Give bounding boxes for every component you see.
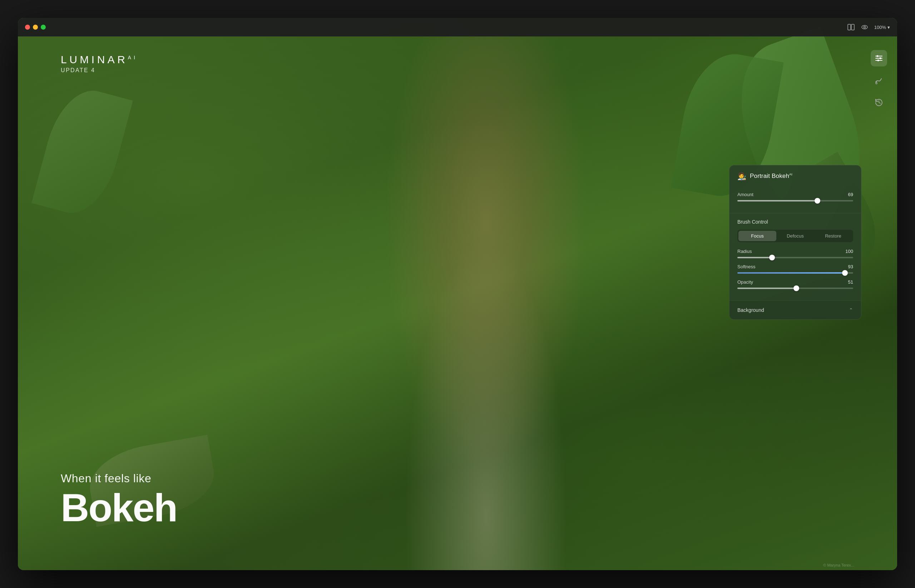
photo-text-block: When it feels like Bokeh	[61, 472, 177, 527]
panel-title: Portrait BokehAI	[750, 173, 792, 180]
portrait-subject	[343, 36, 629, 570]
tab-focus[interactable]: Focus	[738, 231, 776, 241]
radius-slider-row: Radius 100	[737, 249, 853, 258]
opacity-label: Opacity	[737, 279, 753, 285]
logo-overlay: LUMINARAI UPDATE 4	[61, 53, 138, 74]
radius-value: 100	[845, 249, 853, 254]
brush-tabs: Focus Defocus Restore	[737, 230, 853, 242]
maximize-button[interactable]	[41, 25, 46, 30]
titlebar-right: 100% ▾	[847, 23, 890, 31]
softness-slider-row: Softness 93	[737, 264, 853, 274]
svg-point-7	[877, 55, 879, 57]
chevron-up-icon: ⌃	[849, 307, 853, 313]
svg-point-2	[862, 25, 868, 29]
opacity-slider-row: Opacity 51	[737, 279, 853, 289]
amount-label: Amount	[737, 192, 753, 197]
zoom-chevron: ▾	[887, 25, 890, 30]
softness-label: Softness	[737, 264, 756, 269]
amount-fill	[737, 200, 818, 202]
photo-subtitle: When it feels like	[61, 472, 177, 485]
amount-slider[interactable]	[737, 200, 853, 202]
minimize-button[interactable]	[33, 25, 38, 30]
edit-panel: 🧑‍🎨 Portrait BokehAI Amount 69	[729, 36, 862, 570]
opacity-slider[interactable]	[737, 288, 853, 289]
titlebar: 100% ▾	[18, 18, 897, 36]
logo-update: UPDATE 4	[61, 67, 138, 74]
softness-thumb[interactable]	[842, 270, 848, 276]
softness-fill	[737, 272, 845, 274]
eye-icon[interactable]	[861, 23, 868, 31]
zoom-indicator[interactable]: 100% ▾	[874, 25, 890, 30]
photo-title: Bokeh	[61, 488, 177, 527]
app-window: 100% ▾ LUMINARAI UPDATE 4 When it feels …	[18, 18, 897, 570]
filters-tool-icon[interactable]	[871, 50, 887, 66]
zoom-value: 100%	[874, 25, 886, 30]
radius-thumb[interactable]	[769, 255, 775, 260]
portrait-bokeh-card: 🧑‍🎨 Portrait BokehAI Amount 69	[729, 165, 862, 320]
tab-defocus[interactable]: Defocus	[776, 231, 814, 241]
history-tool-icon[interactable]	[871, 94, 887, 111]
panel-header-icon: 🧑‍🎨	[737, 172, 746, 180]
background-label: Background	[737, 307, 764, 313]
opacity-value: 51	[848, 279, 853, 285]
amount-thumb[interactable]	[815, 198, 820, 204]
softness-slider[interactable]	[737, 272, 853, 274]
opacity-thumb[interactable]	[794, 286, 799, 291]
svg-rect-1	[851, 24, 854, 30]
softness-value: 93	[848, 264, 853, 269]
traffic-lights	[25, 25, 46, 30]
tab-restore[interactable]: Restore	[814, 231, 852, 241]
svg-rect-0	[848, 24, 851, 30]
radius-fill	[737, 257, 772, 258]
sidebar-toolbar	[871, 50, 887, 111]
radius-slider[interactable]	[737, 257, 853, 258]
svg-point-8	[879, 58, 881, 59]
amount-section: Amount 69	[729, 186, 861, 213]
svg-point-3	[863, 26, 865, 28]
brush-control-section: Brush Control Focus Defocus Restore Radi…	[729, 213, 861, 300]
brush-control-label: Brush Control	[737, 219, 853, 225]
logo-name: LUMINARAI	[61, 53, 138, 66]
radius-label: Radius	[737, 249, 751, 254]
layout-icon[interactable]	[847, 23, 855, 31]
amount-value: 69	[848, 192, 853, 197]
svg-point-9	[878, 60, 879, 61]
close-button[interactable]	[25, 25, 30, 30]
opacity-fill	[737, 288, 796, 289]
brush-tool-icon[interactable]	[871, 72, 887, 89]
amount-slider-row: Amount 69	[737, 192, 853, 202]
panel-header: 🧑‍🎨 Portrait BokehAI	[729, 165, 861, 186]
background-section[interactable]: Background ⌃	[729, 300, 861, 319]
